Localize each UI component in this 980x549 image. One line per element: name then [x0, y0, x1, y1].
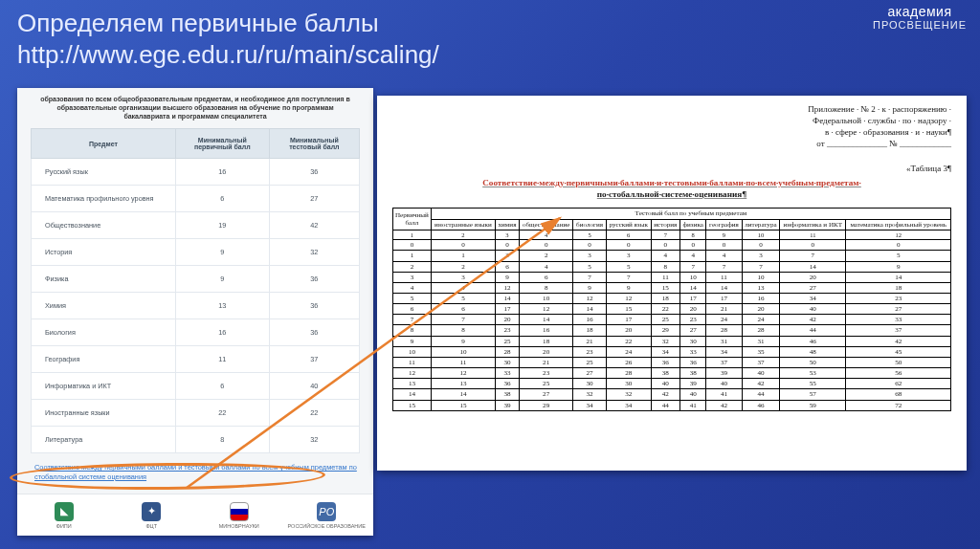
table-row: 5514101212181717163423 — [393, 293, 951, 303]
table-row: 131336253030403940425562 — [393, 379, 951, 389]
brand-line2: ПРОСВЕЩЕНИЕ — [873, 19, 967, 31]
table-row: 8823161820292728284437 — [393, 325, 951, 336]
col-header: Минимальный тестовый балл — [269, 129, 359, 159]
footer-logo-3[interactable]: МИНОБРНАУКИ — [198, 502, 280, 529]
doc-title: Соответствие·между·первичными·баллами·и·… — [392, 177, 951, 201]
table-row: 121233232728383839405356 — [393, 368, 951, 379]
title-text: Определяем первичные баллы — [17, 9, 379, 37]
table-row: 141438273232424041445768 — [393, 389, 951, 400]
title-url: http://www.ege.edu.ru/ru/main/scaling/ — [17, 40, 439, 69]
right-document-panel: Приложение · № 2 · к · распоряжению · Фе… — [377, 96, 967, 471]
table-row: Химия1336 — [32, 293, 360, 319]
subjects-table: ПредметМинимальный первичный баллМинимал… — [31, 128, 360, 453]
footer-logo-row: ◣ФИПИ ✦ФЦТ МИНОБРНАУКИ РОРОССИЙСКОЕ ОБРА… — [17, 494, 373, 536]
table-label: «Таблица 3¶ — [392, 164, 951, 173]
table-row: Физика936 — [32, 266, 360, 293]
table-row: 6617121415222021204027 — [393, 304, 951, 315]
table-row: 9925182122323031314642 — [393, 336, 951, 346]
col-header: Предмет — [32, 129, 176, 159]
table-row: Русский язык1636 — [32, 159, 360, 186]
table-row: Обществознание1942 — [32, 212, 360, 239]
brand-logo: академия ПРОСВЕЩЕНИЕ — [873, 4, 967, 31]
left-webpage-panel: образования по всем общеобразовательным … — [17, 88, 373, 536]
slide-title: Определяем первичные баллы http://www.eg… — [0, 0, 980, 74]
brand-line1: академия — [873, 4, 967, 19]
col-header: Минимальный первичный балл — [175, 129, 269, 159]
table-row: 113233444375 — [393, 251, 951, 261]
table-row: Иностранные языки2222 — [32, 400, 360, 427]
table-row: Литература832 — [32, 427, 360, 453]
table-row: Математика профильного уровня627 — [32, 186, 360, 212]
table-row: Информатика и ИКТ640 — [32, 373, 360, 400]
table-row: 151539293434444142465972 — [393, 400, 951, 410]
footer-logo-1[interactable]: ◣ФИПИ — [23, 502, 105, 529]
table-row: 339677111011102014 — [393, 272, 951, 282]
left-intro-text: образования по всем общеобразовательным … — [31, 94, 360, 128]
table-row: 7720141617252324244233 — [393, 315, 951, 325]
table-row: 4412899151414132718 — [393, 282, 951, 293]
table-row: 111130212526363637375050 — [393, 357, 951, 367]
table-row: 101028202324343334354845 — [393, 346, 951, 357]
table-row: Биология1636 — [32, 319, 360, 346]
table-row: 2264558777149 — [393, 261, 951, 272]
footer-logo-4[interactable]: РОРОССИЙСКОЕ ОБРАЗОВАНИЕ — [286, 502, 368, 529]
highlight-link[interactable]: Соответствие между первичными баллами и … — [31, 463, 360, 481]
footer-logo-2[interactable]: ✦ФЦТ — [111, 502, 193, 529]
score-table: Первичный баллТестовый балл по учебным п… — [392, 208, 951, 410]
table-row: География1137 — [32, 346, 360, 373]
annex-block: Приложение · № 2 · к · распоряжению · Фе… — [392, 103, 951, 150]
table-row: История932 — [32, 239, 360, 266]
table-row: 000000000000 — [393, 240, 951, 251]
